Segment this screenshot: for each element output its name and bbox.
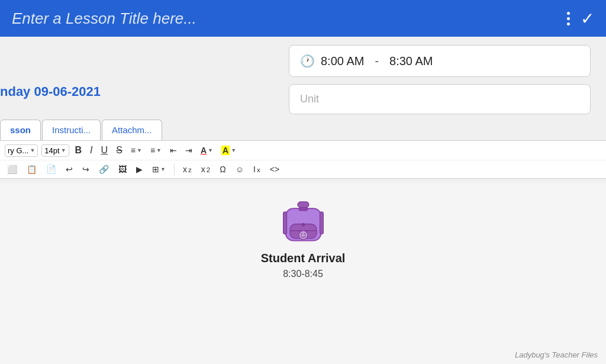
tab-instructions[interactable]: Instructi... — [42, 120, 101, 141]
main-content: nday 09-06-2021 🕐 8:00 AM - 8:30 AM Unit… — [0, 37, 606, 364]
paste-plain-button[interactable]: 📄 — [44, 163, 59, 175]
toolbar: ry G... ▼ 14pt ▼ B I U S ≡▼ ≡▼ ⇤ ⇥ A ▼ — [0, 140, 606, 179]
superscript-button[interactable]: x2 — [199, 163, 212, 175]
svg-point-9 — [301, 233, 302, 234]
font-family-caret: ▼ — [30, 147, 35, 153]
time-range-box[interactable]: 🕐 8:00 AM - 8:30 AM — [289, 45, 591, 77]
strikethrough-button[interactable]: S — [114, 144, 125, 157]
toolbar-row-1: ry G... ▼ 14pt ▼ B I U S ≡▼ ≡▼ ⇤ ⇥ A ▼ — [0, 141, 606, 160]
svg-point-4 — [301, 223, 305, 227]
font-size-select[interactable]: 14pt ▼ — [41, 144, 69, 157]
source-button[interactable]: <> — [267, 163, 282, 175]
emoji-button[interactable]: ☺ — [233, 163, 246, 175]
font-color-button[interactable]: A ▼ — [198, 144, 215, 156]
time-dash: - — [375, 54, 379, 68]
lesson-title-input[interactable]: Enter a Lesson Title here... — [12, 9, 196, 28]
confirm-button[interactable]: ✓ — [581, 9, 594, 28]
subscript-button[interactable]: xz — [180, 163, 194, 175]
student-arrival-card: Student Arrival 8:30-8:45 — [261, 201, 346, 279]
tabs-row: sson Instructi... Attachm... — [0, 120, 163, 141]
watermark: Ladybug's Teacher Files — [515, 350, 598, 359]
more-options-button[interactable] — [567, 12, 570, 25]
font-size-caret: ▼ — [61, 147, 66, 153]
student-arrival-time: 8:30-8:45 — [283, 269, 323, 279]
paste-button[interactable]: 📋 — [24, 163, 39, 175]
clock-icon: 🕐 — [300, 54, 315, 68]
toolbar-row-2: ⬜ 📋 📄 ↩ ↪ 🔗 🖼 ▶ ⊞▼ xz x2 Ω ☺ Ix <> — [0, 160, 606, 178]
indent-increase-button[interactable]: ⇥ — [183, 144, 195, 156]
content-area: Student Arrival 8:30-8:45 — [0, 183, 606, 364]
italic-button[interactable]: I — [88, 144, 95, 157]
svg-rect-5 — [299, 207, 308, 211]
font-family-select[interactable]: ry G... ▼ — [5, 144, 38, 157]
table-button[interactable]: ⊞▼ — [150, 163, 168, 175]
indent-decrease-button[interactable]: ⇤ — [167, 144, 179, 156]
tab-attachments[interactable]: Attachm... — [102, 120, 162, 141]
time-start: 8:00 AM — [321, 54, 364, 68]
redo-button[interactable]: ↪ — [80, 163, 92, 175]
highlight-button[interactable]: A ▼ — [219, 144, 238, 156]
unordered-list-button[interactable]: ≡▼ — [128, 144, 144, 156]
underline-button[interactable]: U — [99, 144, 111, 157]
svg-rect-0 — [298, 202, 309, 207]
svg-point-8 — [299, 231, 308, 240]
toolbar-separator — [174, 163, 175, 175]
ordered-list-button[interactable]: ≡▼ — [148, 144, 164, 156]
svg-point-10 — [304, 233, 305, 234]
link-button[interactable]: 🔗 — [96, 163, 111, 175]
video-button[interactable]: ▶ — [134, 163, 145, 175]
clear-format-button[interactable]: Ix — [251, 163, 263, 175]
date-label: nday 09-06-2021 — [0, 84, 101, 99]
dot2 — [567, 17, 570, 20]
header-actions: ✓ — [567, 9, 594, 28]
omega-button[interactable]: Ω — [217, 163, 228, 175]
dot1 — [567, 12, 570, 15]
backpack-icon — [281, 201, 325, 248]
unit-input[interactable]: Unit — [289, 84, 591, 114]
student-arrival-label: Student Arrival — [261, 252, 346, 265]
right-panel: 🕐 8:00 AM - 8:30 AM Unit — [289, 45, 591, 114]
bold-button[interactable]: B — [73, 144, 85, 157]
svg-rect-7 — [320, 212, 323, 234]
app-header: Enter a Lesson Title here... ✓ — [0, 0, 606, 37]
image-button[interactable]: 🖼 — [116, 163, 129, 175]
time-end: 8:30 AM — [389, 54, 433, 68]
tab-lesson[interactable]: sson — [0, 120, 41, 141]
copy-button[interactable]: ⬜ — [5, 163, 20, 175]
dot3 — [567, 22, 570, 25]
svg-rect-6 — [283, 212, 286, 234]
undo-button[interactable]: ↩ — [63, 163, 75, 175]
